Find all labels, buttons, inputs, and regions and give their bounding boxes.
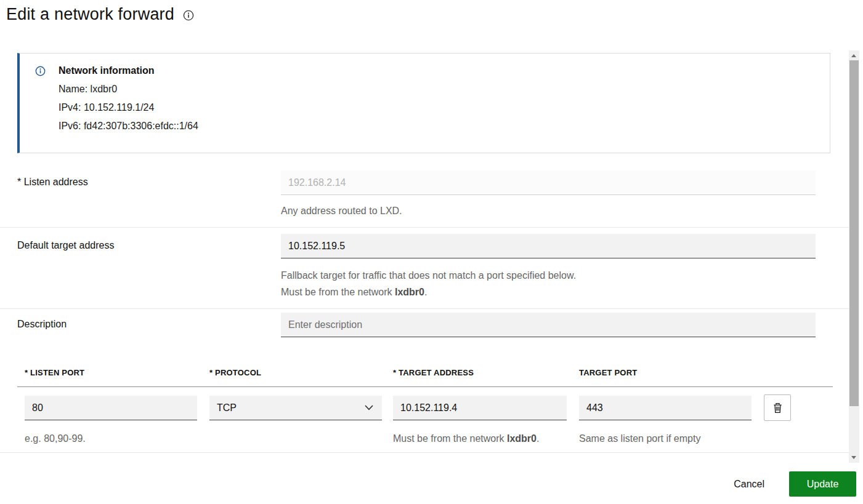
description-row: Description bbox=[0, 309, 849, 337]
listen-address-help: Any address routed to LXD. bbox=[281, 204, 816, 218]
target-address-input[interactable] bbox=[393, 396, 567, 420]
page-title: Edit a network forward bbox=[6, 5, 174, 24]
edit-network-forward-page: Edit a network forward Network informati… bbox=[0, 0, 863, 504]
default-target-address-row: Default target address Fallback target f… bbox=[0, 228, 849, 309]
target-port-input[interactable] bbox=[579, 396, 752, 420]
info-icon bbox=[35, 66, 46, 76]
port-forward-row: TCP bbox=[17, 387, 833, 421]
scrollbar-down-arrow[interactable] bbox=[851, 456, 856, 459]
vertical-scrollbar[interactable] bbox=[849, 50, 859, 463]
network-information-notification: Network information Name: lxdbr0 IPv4: 1… bbox=[17, 53, 830, 153]
form-actions: Cancel Update bbox=[734, 471, 856, 497]
listen-address-row: * Listen address Any address routed to L… bbox=[0, 153, 849, 228]
default-target-address-label: Default target address bbox=[0, 234, 281, 300]
delete-port-button[interactable] bbox=[764, 394, 791, 421]
listen-port-header: * LISTEN PORT bbox=[25, 368, 209, 377]
update-button[interactable]: Update bbox=[789, 471, 856, 497]
listen-port-input[interactable] bbox=[25, 396, 197, 420]
description-label: Description bbox=[0, 313, 281, 337]
network-ipv4-line: IPv4: 10.152.119.1/24 bbox=[59, 98, 198, 117]
listen-address-field: Any address routed to LXD. bbox=[281, 170, 816, 218]
description-input[interactable] bbox=[281, 313, 816, 337]
network-name: lxdbr0 bbox=[507, 433, 537, 444]
page-header: Edit a network forward bbox=[6, 5, 194, 24]
target-port-header: TARGET PORT bbox=[579, 368, 764, 377]
notification-body: Network information Name: lxdbr0 IPv4: 1… bbox=[59, 63, 198, 135]
trash-icon bbox=[772, 402, 783, 414]
scrollbar-thumb[interactable] bbox=[849, 60, 859, 406]
info-icon[interactable] bbox=[183, 10, 194, 21]
listen-port-help: e.g. 80,90-99. bbox=[25, 432, 209, 446]
notification-title: Network information bbox=[59, 63, 198, 79]
ports-table-help-row: e.g. 80,90-99. Must be from the network … bbox=[17, 432, 833, 446]
ports-table: * LISTEN PORT * PROTOCOL * TARGET ADDRES… bbox=[17, 368, 833, 446]
default-target-address-input[interactable] bbox=[281, 234, 816, 258]
help-line-1: Fallback target for traffic that does no… bbox=[281, 267, 816, 284]
cancel-button[interactable]: Cancel bbox=[734, 472, 764, 497]
protocol-header: * PROTOCOL bbox=[209, 368, 393, 377]
target-address-header: * TARGET ADDRESS bbox=[393, 368, 579, 377]
content-bottom-divider bbox=[0, 452, 849, 453]
network-name: lxdbr0 bbox=[395, 287, 424, 297]
help-line-2: Must be from the network lxdbr0. bbox=[281, 284, 816, 300]
protocol-selected-value: TCP bbox=[217, 402, 237, 414]
target-port-help: Same as listen port if empty bbox=[579, 432, 764, 446]
target-address-help: Must be from the network lxdbr0. bbox=[393, 432, 579, 446]
listen-address-input bbox=[281, 170, 816, 195]
form-scroll-area: Network information Name: lxdbr0 IPv4: 1… bbox=[0, 49, 849, 453]
chevron-down-icon bbox=[365, 405, 373, 410]
default-target-address-field: Fallback target for traffic that does no… bbox=[281, 234, 816, 300]
default-target-address-help: Fallback target for traffic that does no… bbox=[281, 267, 816, 300]
network-ipv6-line: IPv6: fd42:307b:3306:efdc::1/64 bbox=[59, 117, 198, 135]
scrollbar-up-arrow[interactable] bbox=[851, 54, 856, 57]
ports-table-header-row: * LISTEN PORT * PROTOCOL * TARGET ADDRES… bbox=[17, 368, 833, 377]
network-name-line: Name: lxdbr0 bbox=[59, 80, 198, 98]
protocol-select[interactable]: TCP bbox=[209, 396, 382, 420]
description-field bbox=[281, 313, 816, 337]
listen-address-label: * Listen address bbox=[0, 170, 281, 218]
